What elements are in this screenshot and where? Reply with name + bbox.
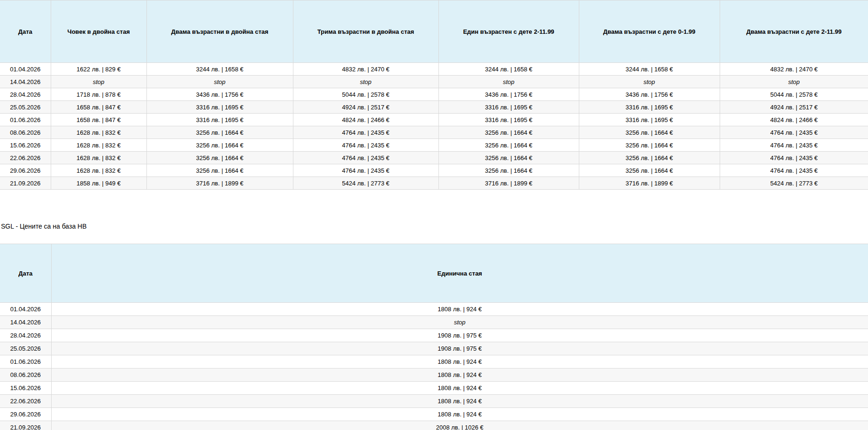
table-row: 28.04.20261908 лв. | 975 €: [0, 329, 868, 342]
single-room-table-header: Дата Единична стая: [0, 244, 868, 303]
price-cell: 3256 лв. | 1664 €: [579, 126, 720, 139]
price-cell: 5424 лв. | 2773 €: [293, 177, 438, 190]
price-cell: 3316 лв. | 1695 €: [438, 114, 579, 126]
price-cell: 4764 лв. | 2435 €: [293, 152, 438, 164]
price-cell: stop: [146, 76, 293, 88]
date-cell: 22.06.2026: [0, 395, 51, 408]
table-row: 08.06.20261808 лв. | 924 €: [0, 369, 868, 382]
price-cell: 1858 лв. | 949 €: [51, 177, 146, 190]
price-cell: 4764 лв. | 2435 €: [293, 164, 438, 177]
price-cell: 4824 лв. | 2466 €: [293, 114, 438, 126]
date-cell: 21.09.2026: [0, 421, 51, 430]
price-cell: 1628 лв. | 832 €: [51, 152, 146, 164]
table-row: 22.06.20261808 лв. | 924 €: [0, 395, 868, 408]
price-cell: 3256 лв. | 1664 €: [146, 139, 293, 152]
price-cell: 1628 лв. | 832 €: [51, 139, 146, 152]
price-cell: 3716 лв. | 1899 €: [146, 177, 293, 190]
date-cell: 25.05.2026: [0, 101, 51, 114]
date-cell: 08.06.2026: [0, 369, 51, 382]
price-cell: 1808 лв. | 924 €: [51, 369, 868, 382]
table-row: 21.09.20262008 лв. | 1026 €: [0, 421, 868, 430]
price-cell: 3316 лв. | 1695 €: [579, 114, 720, 126]
date-cell: 08.06.2026: [0, 126, 51, 139]
price-cell: 3256 лв. | 1664 €: [146, 126, 293, 139]
table-row: 14.04.2026stop: [0, 316, 868, 329]
price-cell: stop: [51, 76, 146, 88]
price-cell: 2008 лв. | 1026 €: [51, 421, 868, 430]
price-cell: 3256 лв. | 1664 €: [438, 126, 579, 139]
price-cell: 3244 лв. | 1658 €: [438, 63, 579, 76]
price-cell: 3436 лв. | 1756 €: [579, 88, 720, 101]
price-cell: 3316 лв. | 1695 €: [146, 101, 293, 114]
table-row: 01.04.20261622 лв. | 829 €3244 лв. | 165…: [0, 63, 868, 76]
price-cell: 3436 лв. | 1756 €: [438, 88, 579, 101]
column-header-two-adults-double: Двама възрастни в двойна стая: [146, 0, 293, 63]
price-cell: 4764 лв. | 2435 €: [720, 126, 868, 139]
price-cell: 1622 лв. | 829 €: [51, 63, 146, 76]
price-cell: 3316 лв. | 1695 €: [146, 114, 293, 126]
double-room-table-body: 01.04.20261622 лв. | 829 €3244 лв. | 165…: [0, 63, 868, 190]
date-cell: 28.04.2026: [0, 88, 51, 101]
price-cell: 1808 лв. | 924 €: [51, 408, 868, 421]
price-cell: 1628 лв. | 832 €: [51, 126, 146, 139]
table-row: 01.06.20261658 лв. | 847 €3316 лв. | 169…: [0, 114, 868, 126]
price-cell: 1658 лв. | 847 €: [51, 101, 146, 114]
column-header-two-adults-child: Двама възрастни с дете 2-11.99: [720, 0, 868, 63]
table-row: 01.06.20261808 лв. | 924 €: [0, 355, 868, 369]
price-cell: 3716 лв. | 1899 €: [438, 177, 579, 190]
date-cell: 28.04.2026: [0, 329, 51, 342]
column-header-three-adults-double: Трима възрастни в двойна стая: [293, 0, 438, 63]
price-cell: 4832 лв. | 2470 €: [293, 63, 438, 76]
double-room-prices-table: Дата Човек в двойна стая Двама възрастни…: [0, 0, 868, 190]
price-cell: 5044 лв. | 2578 €: [293, 88, 438, 101]
price-cell: 3256 лв. | 1664 €: [146, 152, 293, 164]
date-cell: 25.05.2026: [0, 342, 51, 355]
column-header-date: Дата: [0, 244, 51, 303]
table-row: 29.06.20261628 лв. | 832 €3256 лв. | 166…: [0, 164, 868, 177]
column-header-one-adult-child: Един възрастен с дете 2-11.99: [438, 0, 579, 63]
price-cell: stop: [720, 76, 868, 88]
price-cell: 1808 лв. | 924 €: [51, 355, 868, 369]
table-row: 15.06.20261808 лв. | 924 €: [0, 382, 868, 395]
price-cell: 5424 лв. | 2773 €: [720, 177, 868, 190]
price-cell: 1718 лв. | 878 €: [51, 88, 146, 101]
price-cell: 1808 лв. | 924 €: [51, 395, 868, 408]
table-row: 22.06.20261628 лв. | 832 €3256 лв. | 166…: [0, 152, 868, 164]
price-cell: 4924 лв. | 2517 €: [720, 101, 868, 114]
column-header-date: Дата: [0, 0, 51, 63]
price-cell: 1658 лв. | 847 €: [51, 114, 146, 126]
table-row: 28.04.20261718 лв. | 878 €3436 лв. | 175…: [0, 88, 868, 101]
price-cell: 5044 лв. | 2578 €: [720, 88, 868, 101]
price-cell: 3256 лв. | 1664 €: [438, 164, 579, 177]
date-cell: 01.04.2026: [0, 63, 51, 76]
price-cell: stop: [579, 76, 720, 88]
price-cell: 4764 лв. | 2435 €: [720, 152, 868, 164]
table-row: 15.06.20261628 лв. | 832 €3256 лв. | 166…: [0, 139, 868, 152]
price-cell: 3256 лв. | 1664 €: [146, 164, 293, 177]
table-row: 01.04.20261808 лв. | 924 €: [0, 303, 868, 316]
table-row: 29.06.20261808 лв. | 924 €: [0, 408, 868, 421]
price-cell: 4764 лв. | 2435 €: [293, 126, 438, 139]
double-room-table-header: Дата Човек в двойна стая Двама възрастни…: [0, 0, 868, 63]
date-cell: 01.04.2026: [0, 303, 51, 316]
date-cell: 29.06.2026: [0, 408, 51, 421]
date-cell: 22.06.2026: [0, 152, 51, 164]
price-cell: 1628 лв. | 832 €: [51, 164, 146, 177]
column-header-single-room: Единична стая: [51, 244, 868, 303]
header-row: Дата Единична стая: [0, 244, 868, 303]
date-cell: 01.06.2026: [0, 355, 51, 369]
price-cell: 3716 лв. | 1899 €: [579, 177, 720, 190]
date-cell: 01.06.2026: [0, 114, 51, 126]
price-cell: 3316 лв. | 1695 €: [438, 101, 579, 114]
sgl-note: SGL - Цените са на база НВ: [1, 223, 868, 230]
price-cell: 1808 лв. | 924 €: [51, 303, 868, 316]
price-cell: 3436 лв. | 1756 €: [146, 88, 293, 101]
price-cell: stop: [438, 76, 579, 88]
price-cell: 3256 лв. | 1664 €: [579, 164, 720, 177]
price-cell: 3256 лв. | 1664 €: [438, 152, 579, 164]
price-cell: stop: [293, 76, 438, 88]
date-cell: 21.09.2026: [0, 177, 51, 190]
table-row: 08.06.20261628 лв. | 832 €3256 лв. | 166…: [0, 126, 868, 139]
price-cell: 4824 лв. | 2466 €: [720, 114, 868, 126]
price-cell: 3256 лв. | 1664 €: [438, 139, 579, 152]
